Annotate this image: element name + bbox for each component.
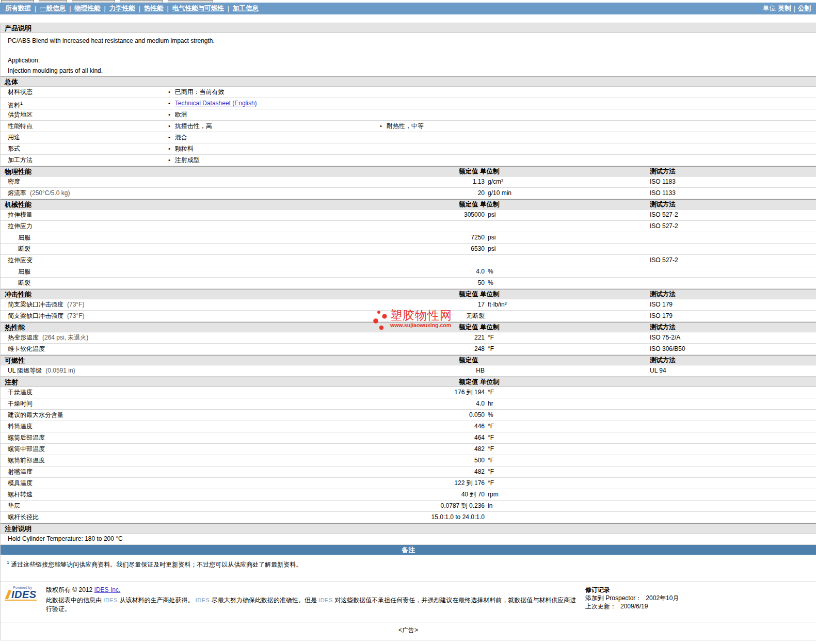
datasheet-link[interactable]: Technical Datasheet (English)	[175, 100, 257, 107]
bullet-text: 耐热性，中等	[387, 122, 424, 130]
row-value: 15.0:1.0 to 24.0:1.0	[378, 512, 485, 523]
row-unit: rpm	[485, 489, 647, 500]
row-unit: %	[485, 410, 647, 421]
row-unit	[485, 311, 647, 321]
column-header-value: 额定值 单位制	[455, 377, 646, 387]
table-row: 熔流率(250°C/5.0 kg)20g/10 minISO 1133	[1, 188, 816, 199]
table-row: 建议的最大水分含量0.050%	[1, 410, 816, 421]
ides-brand-inline: IDES	[318, 597, 333, 603]
row-unit: °F	[485, 466, 647, 477]
product-description: PC/ABS Blend with increased heat resista…	[1, 33, 816, 76]
nav-item-6[interactable]: 加工信息	[233, 4, 259, 13]
section-title: 注射	[1, 377, 455, 387]
nav-item-4[interactable]: 热性能	[144, 4, 164, 13]
column-header-value: 额定值	[455, 356, 646, 365]
table-row: 干燥时间4.0hr	[1, 398, 816, 410]
row-test-method: ISO 527-2	[647, 210, 816, 220]
row-condition: (73°F)	[67, 301, 84, 308]
tab-stub	[72, 0, 115, 3]
row-label-text: 螺杆转速	[8, 491, 33, 498]
row-label-text: 干燥时间	[8, 400, 33, 407]
row-label: 热变形温度(264 psi, 未退火)	[1, 332, 378, 343]
section-header: 机械性能额定值 单位制测试方法	[1, 199, 816, 210]
ides-inc-link[interactable]: IDES Inc.	[94, 586, 121, 593]
section-title: 总体	[1, 78, 18, 86]
row-label-text: 密度	[8, 178, 20, 185]
row-label: 螺筒后部温度	[1, 432, 378, 443]
ides-brand-row: IDES	[5, 589, 37, 601]
column-header-test: 测试方法	[646, 323, 816, 332]
row-label: 资料1	[1, 98, 161, 109]
row-condition: (264 psi, 未退火)	[42, 334, 88, 341]
row-unit	[485, 255, 647, 266]
bullet-icon: •	[168, 100, 170, 106]
row-unit: psi	[485, 232, 647, 243]
row-test-method	[647, 244, 816, 254]
nav-item-5[interactable]: 电气性能与可燃性	[172, 4, 224, 13]
table-row: 维卡软化温度248°FISO 306/B50	[1, 344, 816, 355]
ides-logo: Powered by IDES	[5, 586, 42, 601]
row-test-method	[647, 432, 816, 443]
row-unit: %	[485, 266, 647, 277]
row-value: 500	[378, 455, 485, 466]
footnote-text: 通过这些链接您能够访问供应商资料。我们尽量保证及时更新资料；不过您可以从供应商处…	[11, 561, 302, 568]
row-label-text: 建议的最大水分含量	[8, 411, 63, 418]
datasheet: 产品说明 PC/ABS Blend with increased heat re…	[0, 23, 816, 640]
bullet-item: •混合	[161, 132, 373, 143]
remarks-bar: 备注	[1, 545, 816, 555]
top-navbar: 所有数据|一般信息|物理性能|力学性能|热性能|电气性能与可燃性|加工信息 单位…	[0, 3, 816, 14]
row-value: 248	[378, 344, 485, 355]
row-value: 6530	[378, 244, 485, 254]
row-unit: psi	[485, 244, 647, 254]
bullet-item: •注射成型	[161, 155, 373, 166]
disclaimer: 此数据表中的信息由 IDES 从该材料的生产商处获得。 IDES 尽最大努力确保…	[46, 596, 582, 614]
row-value: 50	[378, 278, 485, 288]
row-unit: °F	[485, 344, 647, 355]
row-label: 断裂	[1, 278, 378, 288]
section-title: 热性能	[1, 323, 455, 332]
description-line: Application:	[1, 57, 816, 65]
row-label: 简支梁缺口冲击强度(73°F)	[1, 311, 378, 321]
row-label: 螺筒中部温度	[1, 444, 378, 455]
row-value: 464	[378, 432, 485, 443]
column-header-test: 测试方法	[646, 200, 816, 210]
row-label-text: 拉伸应力	[8, 222, 33, 230]
row-label: 垫层	[1, 501, 378, 511]
table-row: 拉伸模量305000psiISO 527-2	[1, 210, 816, 221]
spacer	[0, 14, 816, 23]
row-unit: g/10 min	[485, 188, 647, 199]
row-label-text: 屈服	[18, 268, 30, 275]
bullet-text: 注射成型	[175, 156, 200, 164]
row-test-method	[647, 387, 816, 398]
row-test-method	[647, 444, 816, 455]
row-unit: °F	[485, 421, 647, 432]
row-test-method	[647, 421, 816, 432]
row-label: 拉伸应力	[1, 221, 378, 232]
column-header-value: 额定值 单位制	[455, 323, 646, 332]
row-label-text: 模具温度	[8, 479, 33, 487]
row-label: 密度	[1, 176, 378, 187]
row-test-method: ISO 527-2	[647, 221, 816, 232]
tab-stub	[168, 0, 213, 3]
row-label: 简支梁缺口冲击强度(73°F)	[1, 299, 378, 310]
row-label-text: 简支梁缺口冲击强度	[8, 312, 63, 319]
row-label-text: 料筒温度	[8, 423, 33, 430]
row-unit: °F	[485, 332, 647, 343]
nav-item-0[interactable]: 所有数据	[5, 4, 31, 13]
row-label: 模具温度	[1, 478, 378, 489]
row-value	[378, 221, 485, 232]
footer-logo-area: Powered by IDES	[1, 586, 42, 614]
row-label: 屈服	[1, 232, 378, 243]
table-row: 螺筒后部温度464°F	[1, 432, 816, 444]
unit-metric-link[interactable]: 公制	[798, 4, 811, 13]
table-row: 简支梁缺口冲击强度(73°F)无断裂ISO 179	[1, 311, 816, 322]
footnote-marker: 1	[7, 560, 9, 565]
bullet-item: •欧洲	[161, 109, 373, 120]
nav-item-1[interactable]: 一般信息	[40, 4, 66, 13]
section-title: 可燃性	[1, 356, 455, 365]
section-header: 热性能额定值 单位制测试方法	[1, 322, 816, 332]
column-header-test: 测试方法	[646, 289, 816, 299]
nav-item-3[interactable]: 力学性能	[109, 4, 135, 13]
nav-item-2[interactable]: 物理性能	[75, 4, 101, 13]
section-title: 冲击性能	[1, 289, 455, 299]
